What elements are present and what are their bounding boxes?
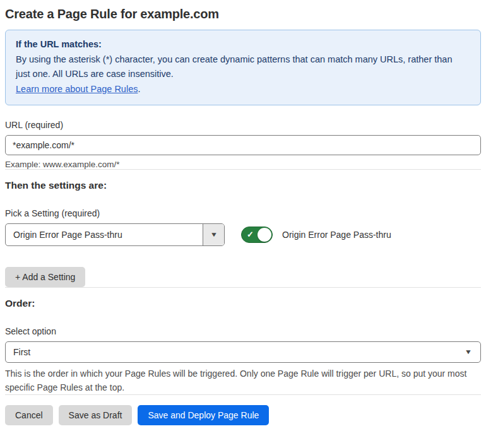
url-field-group: URL (required) Example: www.example.com/… [5,120,481,169]
footer-actions: Cancel Save as Draft Save and Deploy Pag… [5,405,481,425]
origin-error-pass-thru-toggle[interactable]: ✓ [241,227,273,243]
url-field-helper: Example: www.example.com/* [5,160,481,169]
chevron-down-icon: ▼ [210,231,217,238]
section-divider [5,287,481,288]
setting-dropdown[interactable]: Origin Error Page Pass-thru ▼ [5,223,225,246]
settings-section-heading: Then the settings are: [5,180,481,191]
learn-more-link[interactable]: Learn more about Page Rules [16,84,138,94]
create-page-rule-form: Create a Page Rule for example.com If th… [0,0,486,425]
footer-divider [5,394,481,395]
info-box-heading: If the URL matches: [16,37,470,52]
select-option-label: Select option [5,326,481,336]
setting-dropdown-value: Origin Error Page Pass-thru [6,224,203,245]
order-helper-text: This is the order in which your Page Rul… [5,367,473,394]
save-draft-button[interactable]: Save as Draft [59,405,133,425]
order-section-heading: Order: [5,298,481,309]
setting-dropdown-arrow-button[interactable]: ▼ [203,224,224,245]
info-box-body: By using the asterisk (*) character, you… [16,52,461,81]
order-select-value: First [13,347,30,357]
cancel-button[interactable]: Cancel [5,405,53,425]
pick-setting-label: Pick a Setting (required) [5,208,481,218]
link-suffix: . [138,84,140,94]
section-divider [5,169,481,170]
url-input[interactable] [5,135,481,155]
setting-row: Origin Error Page Pass-thru ▼ ✓ Origin E… [5,223,481,246]
add-setting-button[interactable]: + Add a Setting [5,267,85,287]
toggle-label: Origin Error Page Pass-thru [282,230,391,240]
info-link-line: Learn more about Page Rules. [16,82,470,97]
order-select[interactable]: First ▼ [5,341,481,363]
chevron-down-icon: ▼ [465,348,472,355]
url-field-label: URL (required) [5,120,481,130]
save-deploy-button[interactable]: Save and Deploy Page Rule [138,405,269,425]
page-title: Create a Page Rule for example.com [5,7,481,21]
check-icon: ✓ [247,230,254,239]
url-match-info-box: If the URL matches: By using the asteris… [5,30,481,105]
toggle-knob [258,228,271,242]
